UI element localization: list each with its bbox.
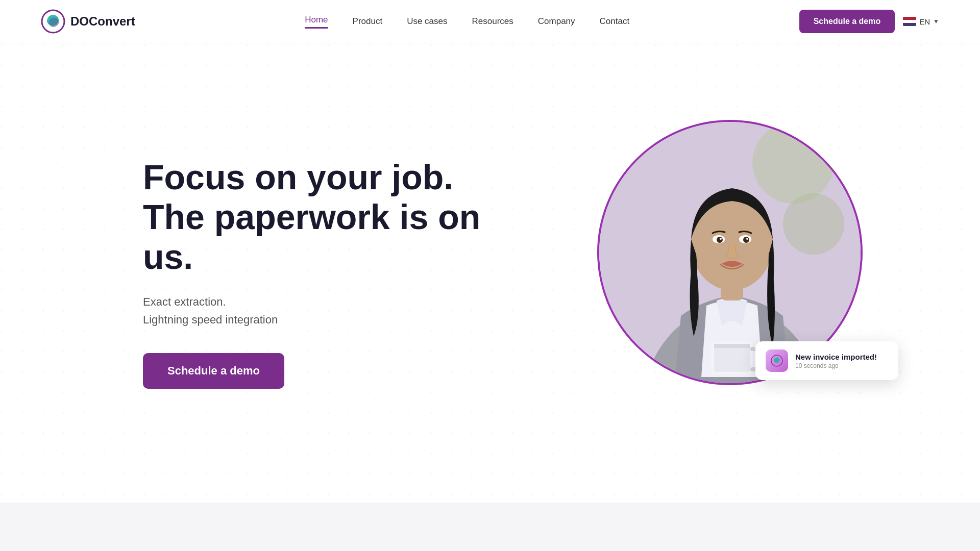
logo-link[interactable]: DOConvert bbox=[41, 9, 135, 34]
svg-rect-16 bbox=[714, 344, 750, 372]
language-selector[interactable]: EN ▼ bbox=[903, 17, 939, 26]
nav-item-usecases[interactable]: Use cases bbox=[407, 16, 447, 27]
nav-right: Schedule a demo EN ▼ bbox=[799, 10, 939, 33]
nav-item-contact[interactable]: Contact bbox=[600, 16, 630, 27]
notif-logo bbox=[766, 349, 788, 372]
hero-title-line1: Focus on your job. bbox=[143, 158, 453, 196]
navbar: DOConvert Home Product Use cases Resourc… bbox=[0, 0, 980, 43]
hero-section: Focus on your job. The paperwork is on u… bbox=[0, 43, 980, 503]
svg-point-12 bbox=[743, 237, 749, 243]
notif-brand-icon bbox=[771, 355, 783, 367]
hero-right: New invoice imported! 10 seconds ago bbox=[582, 94, 878, 452]
hero-left: Focus on your job. The paperwork is on u… bbox=[143, 157, 480, 389]
nav-item-company[interactable]: Company bbox=[538, 16, 575, 27]
bottom-strip bbox=[0, 503, 980, 551]
hero-demo-button[interactable]: Schedule a demo bbox=[143, 353, 284, 389]
hero-title: Focus on your job. The paperwork is on u… bbox=[143, 157, 480, 277]
svg-point-4 bbox=[752, 122, 834, 204]
hero-subtitle-line2: Lightning speed integration bbox=[143, 311, 480, 329]
notification-card: New invoice imported! 10 seconds ago bbox=[755, 341, 898, 380]
hero-title-line3: us. bbox=[143, 237, 193, 276]
nav-link-usecases[interactable]: Use cases bbox=[407, 16, 447, 26]
hero-subtitle: Exact extraction. Lightning speed integr… bbox=[143, 293, 480, 329]
svg-rect-17 bbox=[714, 344, 750, 348]
logo-icon bbox=[41, 9, 65, 34]
svg-point-11 bbox=[717, 237, 723, 243]
brand-name: DOConvert bbox=[70, 14, 135, 29]
nav-item-home[interactable]: Home bbox=[305, 15, 328, 29]
nav-item-product[interactable]: Product bbox=[353, 16, 383, 27]
hero-subtitle-line1: Exact extraction. bbox=[143, 293, 480, 311]
nav-link-resources[interactable]: Resources bbox=[472, 16, 513, 26]
nav-demo-button[interactable]: Schedule a demo bbox=[799, 10, 895, 33]
nav-link-contact[interactable]: Contact bbox=[600, 16, 630, 26]
notif-text: New invoice imported! 10 seconds ago bbox=[795, 353, 877, 369]
svg-point-5 bbox=[783, 193, 844, 255]
chevron-down-icon: ▼ bbox=[933, 18, 939, 25]
nav-link-home[interactable]: Home bbox=[305, 15, 328, 24]
lang-label: EN bbox=[919, 17, 930, 26]
nav-item-resources[interactable]: Resources bbox=[472, 16, 513, 27]
nav-links: Home Product Use cases Resources Company… bbox=[305, 15, 629, 29]
notif-time: 10 seconds ago bbox=[795, 362, 877, 369]
notif-title: New invoice imported! bbox=[795, 353, 877, 361]
svg-point-14 bbox=[746, 238, 748, 240]
flag-icon bbox=[903, 17, 916, 26]
svg-point-13 bbox=[720, 238, 722, 240]
nav-link-company[interactable]: Company bbox=[538, 16, 575, 26]
hero-title-line2: The paperwork is on bbox=[143, 197, 480, 236]
nav-link-product[interactable]: Product bbox=[353, 16, 383, 26]
active-underline bbox=[305, 27, 328, 29]
